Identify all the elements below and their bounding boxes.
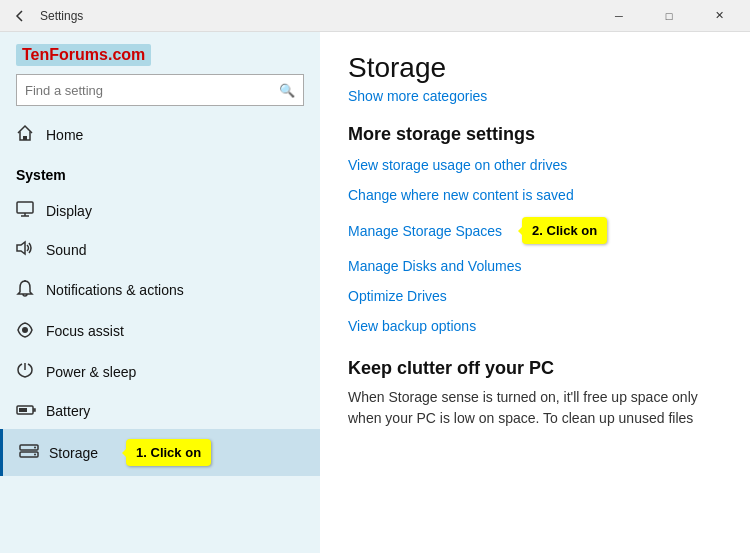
- optimize-drives-link[interactable]: Optimize Drives: [348, 288, 447, 304]
- focus-assist-label: Focus assist: [46, 323, 124, 339]
- manage-storage-spaces-callout: 2. Click on: [522, 217, 607, 244]
- view-backup-link[interactable]: View backup options: [348, 318, 476, 334]
- sidebar: TenForums.com 🔍 Home System: [0, 32, 320, 553]
- notifications-label: Notifications & actions: [46, 282, 184, 298]
- keep-clutter-title: Keep clutter off your PC: [348, 358, 722, 379]
- view-storage-usage-link[interactable]: View storage usage on other drives: [348, 157, 567, 173]
- close-button[interactable]: ✕: [696, 0, 742, 32]
- sound-icon: [16, 240, 34, 259]
- sidebar-item-notifications[interactable]: Notifications & actions: [0, 269, 320, 310]
- sidebar-item-display[interactable]: Display: [0, 191, 320, 230]
- home-label: Home: [46, 127, 83, 143]
- svg-point-12: [34, 447, 36, 449]
- svg-rect-1: [17, 202, 33, 213]
- svg-rect-0: [23, 136, 27, 140]
- link-item-manage-storage-spaces: Manage Storage Spaces 2. Click on: [348, 217, 722, 244]
- sidebar-item-focus-assist[interactable]: Focus assist: [0, 310, 320, 351]
- storage-icon: [19, 444, 37, 461]
- search-icon: 🔍: [279, 83, 295, 98]
- more-storage-settings-title: More storage settings: [348, 124, 722, 145]
- title-bar-left: Settings: [8, 4, 83, 28]
- show-more-categories-link[interactable]: Show more categories: [348, 88, 722, 104]
- title-bar: Settings ─ □ ✕: [0, 0, 750, 32]
- link-item-optimize-drives: Optimize Drives: [348, 288, 722, 304]
- svg-point-6: [22, 327, 28, 333]
- sound-label: Sound: [46, 242, 86, 258]
- search-box[interactable]: 🔍: [16, 74, 304, 106]
- display-icon: [16, 201, 34, 220]
- link-item-manage-disks: Manage Disks and Volumes: [348, 258, 722, 274]
- search-input[interactable]: [25, 83, 279, 98]
- home-icon: [16, 124, 34, 145]
- notifications-icon: [16, 279, 34, 300]
- maximize-button[interactable]: □: [646, 0, 692, 32]
- storage-callout: 1. Click on: [126, 439, 211, 466]
- sidebar-item-sound[interactable]: Sound: [0, 230, 320, 269]
- link-item-change-where: Change where new content is saved: [348, 187, 722, 203]
- manage-disks-link[interactable]: Manage Disks and Volumes: [348, 258, 522, 274]
- sidebar-item-storage[interactable]: Storage 1. Click on: [0, 429, 320, 476]
- title-bar-title: Settings: [40, 9, 83, 23]
- svg-marker-4: [17, 242, 25, 254]
- sidebar-item-power[interactable]: Power & sleep: [0, 351, 320, 392]
- keep-clutter-section: Keep clutter off your PC When Storage se…: [348, 358, 722, 429]
- main-layout: TenForums.com 🔍 Home System: [0, 32, 750, 553]
- manage-storage-spaces-link[interactable]: Manage Storage Spaces: [348, 223, 502, 239]
- power-icon: [16, 361, 34, 382]
- storage-label: Storage: [49, 445, 98, 461]
- change-where-link[interactable]: Change where new content is saved: [348, 187, 574, 203]
- page-title: Storage: [348, 52, 722, 84]
- display-label: Display: [46, 203, 92, 219]
- sidebar-item-home[interactable]: Home: [0, 114, 320, 155]
- battery-label: Battery: [46, 403, 90, 419]
- title-bar-controls: ─ □ ✕: [596, 0, 742, 32]
- sidebar-section-title: System: [0, 155, 320, 191]
- focus-assist-icon: [16, 320, 34, 341]
- content-area: Storage Show more categories More storag…: [320, 32, 750, 553]
- link-item-view-storage-usage: View storage usage on other drives: [348, 157, 722, 173]
- battery-icon: [16, 402, 34, 419]
- watermark: TenForums.com: [16, 44, 151, 66]
- link-item-view-backup: View backup options: [348, 318, 722, 334]
- keep-clutter-text: When Storage sense is turned on, it'll f…: [348, 387, 722, 429]
- sidebar-header: TenForums.com 🔍: [0, 32, 320, 114]
- sidebar-item-battery[interactable]: Battery: [0, 392, 320, 429]
- svg-point-13: [34, 454, 36, 456]
- svg-rect-9: [19, 408, 27, 412]
- back-button[interactable]: [8, 4, 32, 28]
- power-label: Power & sleep: [46, 364, 136, 380]
- minimize-button[interactable]: ─: [596, 0, 642, 32]
